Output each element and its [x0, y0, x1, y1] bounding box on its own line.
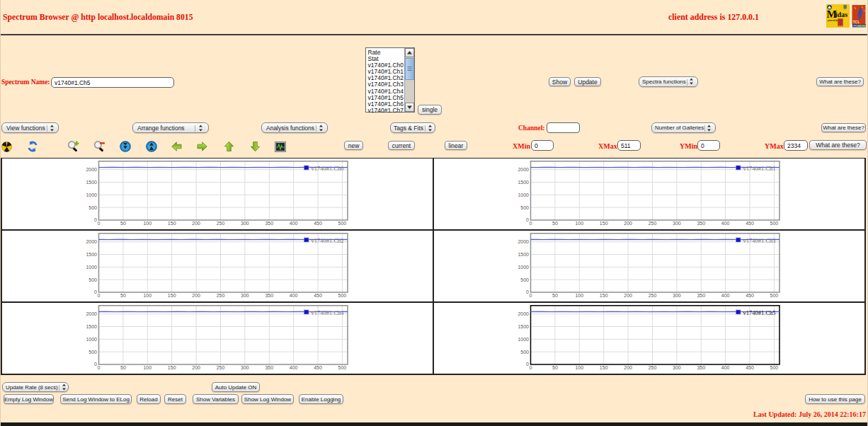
- svg-text:200: 200: [624, 221, 632, 226]
- svg-text:1000: 1000: [86, 265, 97, 270]
- svg-text:150: 150: [167, 221, 176, 226]
- svg-text:50: 50: [120, 221, 126, 226]
- svg-text:500: 500: [520, 205, 529, 210]
- svg-text:400: 400: [721, 365, 729, 370]
- svg-text:50: 50: [552, 365, 558, 370]
- svg-text:400: 400: [721, 293, 729, 298]
- svg-text:50: 50: [552, 221, 558, 226]
- svg-text:150: 150: [167, 365, 176, 370]
- svg-text:0: 0: [529, 293, 532, 298]
- svg-text:150: 150: [599, 221, 607, 226]
- svg-text:250: 250: [216, 293, 224, 298]
- svg-text:450: 450: [746, 221, 754, 226]
- svg-text:0: 0: [97, 365, 100, 370]
- svg-text:v1740#1.Ch1: v1740#1.Ch1: [743, 165, 775, 172]
- svg-text:100: 100: [143, 293, 152, 298]
- svg-text:500: 500: [88, 205, 97, 210]
- svg-text:powered by: powered by: [828, 19, 838, 22]
- svg-text:500: 500: [88, 349, 97, 354]
- svg-text:200: 200: [624, 293, 632, 298]
- svg-text:v1740#1.Ch2: v1740#1.Ch2: [311, 236, 343, 243]
- svg-text:500: 500: [770, 293, 778, 298]
- svg-text:v1740#1.Ch5: v1740#1.Ch5: [743, 309, 775, 316]
- svg-text:350: 350: [697, 293, 705, 298]
- svg-text:200: 200: [192, 221, 200, 226]
- svg-text:2000: 2000: [86, 311, 97, 316]
- svg-text:1500: 1500: [86, 180, 97, 185]
- svg-text:100: 100: [575, 293, 583, 298]
- svg-text:450: 450: [314, 365, 322, 370]
- svg-text:500: 500: [520, 349, 529, 354]
- svg-text:v1740#1.Ch4: v1740#1.Ch4: [311, 309, 344, 316]
- svg-text:1500: 1500: [86, 324, 97, 329]
- svg-text:300: 300: [673, 365, 681, 370]
- svg-text:0: 0: [97, 293, 100, 298]
- svg-text:v1740#1.Ch0: v1740#1.Ch0: [311, 165, 343, 172]
- svg-text:100: 100: [143, 365, 152, 370]
- svg-text:200: 200: [192, 365, 200, 370]
- svg-text:1500: 1500: [518, 252, 529, 257]
- svg-text:0: 0: [529, 365, 532, 370]
- svg-text:350: 350: [265, 293, 273, 298]
- svg-text:250: 250: [216, 221, 224, 226]
- svg-text:Tcl/Tk: Tcl/Tk: [838, 25, 843, 27]
- svg-text:1500: 1500: [518, 180, 529, 185]
- svg-text:2000: 2000: [518, 167, 529, 172]
- svg-text:350: 350: [697, 365, 705, 370]
- svg-text:400: 400: [289, 293, 297, 298]
- svg-text:500: 500: [338, 221, 346, 226]
- svg-text:250: 250: [216, 365, 224, 370]
- svg-text:400: 400: [289, 221, 297, 226]
- svg-text:150: 150: [599, 365, 607, 370]
- svg-text:0: 0: [526, 362, 529, 367]
- svg-text:0: 0: [529, 221, 532, 226]
- svg-text:500: 500: [770, 221, 778, 226]
- svg-text:100: 100: [575, 221, 583, 226]
- svg-text:200: 200: [624, 365, 632, 370]
- svg-text:300: 300: [673, 293, 681, 298]
- svg-text:v1740#1.Ch3: v1740#1.Ch3: [743, 236, 775, 243]
- svg-text:450: 450: [746, 365, 754, 370]
- svg-text:400: 400: [721, 221, 729, 226]
- svg-text:1000: 1000: [86, 337, 97, 342]
- svg-text:300: 300: [241, 365, 249, 370]
- svg-text:2000: 2000: [86, 239, 97, 244]
- svg-text:POWERED: POWERED: [853, 24, 867, 28]
- svg-text:250: 250: [648, 293, 656, 298]
- svg-text:500: 500: [88, 277, 97, 282]
- svg-text:2000: 2000: [86, 167, 97, 172]
- svg-text:1500: 1500: [86, 252, 97, 257]
- svg-text:450: 450: [314, 221, 322, 226]
- svg-text:0: 0: [97, 221, 100, 226]
- svg-text:200: 200: [192, 293, 200, 298]
- svg-text:0: 0: [94, 289, 97, 294]
- svg-text:TCL: TCL: [852, 20, 860, 24]
- svg-text:300: 300: [673, 221, 681, 226]
- svg-text:350: 350: [265, 365, 273, 370]
- svg-text:150: 150: [599, 293, 607, 298]
- svg-text:500: 500: [338, 293, 346, 298]
- svg-text:50: 50: [120, 293, 126, 298]
- svg-text:50: 50: [552, 293, 558, 298]
- svg-text:0: 0: [526, 217, 529, 222]
- svg-text:idas: idas: [835, 11, 847, 18]
- svg-text:0: 0: [94, 217, 97, 222]
- svg-text:1000: 1000: [518, 337, 529, 342]
- svg-text:1000: 1000: [518, 192, 529, 197]
- svg-text:1000: 1000: [518, 265, 529, 270]
- svg-text:350: 350: [265, 221, 273, 226]
- svg-text:450: 450: [746, 293, 754, 298]
- svg-text:0: 0: [94, 362, 97, 367]
- svg-text:250: 250: [648, 365, 656, 370]
- svg-text:400: 400: [289, 365, 297, 370]
- svg-text:350: 350: [697, 221, 705, 226]
- svg-text:150: 150: [167, 293, 176, 298]
- svg-text:500: 500: [338, 365, 346, 370]
- svg-text:100: 100: [143, 221, 152, 226]
- svg-text:300: 300: [241, 293, 249, 298]
- svg-text:100: 100: [575, 365, 583, 370]
- svg-text:450: 450: [314, 293, 322, 298]
- svg-text:0: 0: [526, 289, 529, 294]
- svg-text:50: 50: [120, 365, 126, 370]
- svg-text:500: 500: [770, 365, 778, 370]
